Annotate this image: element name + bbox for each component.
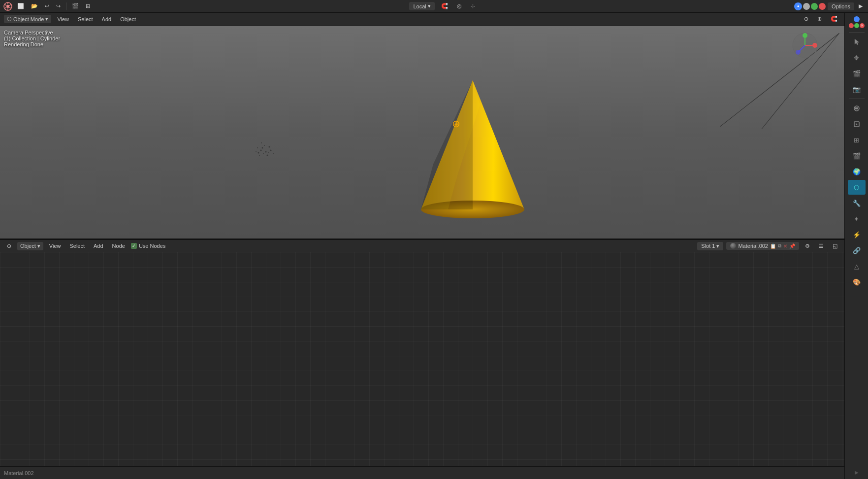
nodeeditor-select-btn[interactable]: Select <box>66 242 88 250</box>
render-btn[interactable]: 🎬 <box>69 2 81 10</box>
collapse-sidebar-btn[interactable]: ▶ <box>855 470 859 475</box>
use-nodes-label: Use Nodes <box>139 243 165 249</box>
nodeeditor-settings-btn[interactable]: ⚙ <box>802 242 813 250</box>
nodeeditor-tool2-btn[interactable]: ◱ <box>830 242 840 250</box>
green-dot-icon[interactable] <box>854 23 859 28</box>
material-pin-btn[interactable]: 📌 <box>789 243 795 249</box>
rendering-done-label: Rendering Done <box>4 41 60 47</box>
output-prop-icon[interactable] <box>848 117 866 132</box>
red-dot-icon[interactable] <box>849 23 854 28</box>
svg-line-7 <box>5 4 6 6</box>
nodeeditor-object-mode[interactable]: Object ▾ <box>17 242 43 250</box>
scene-prop-icon[interactable]: 🎬 <box>848 148 866 163</box>
slot-selector[interactable]: Slot 1 ▾ <box>697 242 723 250</box>
camera-perspective-label: Camera Perspective <box>4 30 60 35</box>
nodeeditor-node-btn[interactable]: Node <box>109 242 128 250</box>
collapse-right-btn[interactable]: ▶ <box>856 2 865 10</box>
nodeeditor-add-btn[interactable]: Add <box>91 242 106 250</box>
svg-point-20 <box>259 155 260 156</box>
data-prop-icon[interactable]: △ <box>848 259 866 274</box>
particles-prop-icon[interactable]: ✦ <box>848 211 866 226</box>
header-center: Local ▾ 🧲 ◎ ⊹ <box>96 2 791 10</box>
node-connections <box>0 252 844 466</box>
left-area: ⬡ Object Mode ▾ View Select Add Object ⊙… <box>0 13 844 479</box>
gizmo-btn[interactable]: ⊕ <box>814 15 825 23</box>
viewport-shading-controls: ● <box>794 2 826 10</box>
viewport-rgb-controls: ✕ <box>847 16 867 28</box>
add-menu-btn[interactable]: Add <box>99 15 115 23</box>
physics-prop-icon[interactable]: ⚡ <box>848 227 866 242</box>
nodeeditor-mode-chevron: ▾ <box>37 243 40 249</box>
grid-btn[interactable]: ⊞ <box>83 2 93 10</box>
svg-line-3 <box>9 4 11 6</box>
viewport-shading-rendered-btn[interactable] <box>819 3 826 10</box>
material-prop-icon[interactable]: 🎨 <box>848 274 866 289</box>
svg-point-23 <box>257 147 258 148</box>
nodeeditor-tool1-btn[interactable]: ☰ <box>816 242 827 250</box>
slot-chevron-icon: ▾ <box>716 243 719 249</box>
open-file-btn[interactable]: 📂 <box>29 2 40 10</box>
nodeeditor-mode-icon[interactable]: ⊙ <box>4 242 14 250</box>
svg-point-26 <box>256 151 257 152</box>
viewport-shading-solid-btn[interactable] <box>803 3 810 10</box>
svg-point-37 <box>796 50 801 55</box>
use-nodes-checkbox[interactable]: ✓ <box>131 243 137 249</box>
nodeeditor-canvas[interactable]: Glossy BSDF BSDF GGX Color Roughness <box>0 252 844 466</box>
viewport-toolbar: ⬡ Object Mode ▾ View Select Add Object ⊙… <box>0 13 844 26</box>
svg-marker-15 <box>421 80 473 209</box>
svg-point-24 <box>270 149 271 151</box>
object-prop-icon[interactable]: ⬡ <box>848 180 866 195</box>
constraint-prop-icon[interactable]: 🔗 <box>848 243 866 258</box>
options-btn[interactable]: Options <box>828 2 854 10</box>
nodeeditor-view-btn[interactable]: View <box>46 242 64 250</box>
chevron-down-icon: ▾ <box>428 3 431 9</box>
camera-icon[interactable]: 🎬 <box>848 66 866 81</box>
snap-toggle-btn[interactable]: 🧲 <box>439 2 450 10</box>
viewport-shading-material-btn[interactable] <box>811 3 818 10</box>
close-dot-icon[interactable]: ✕ <box>860 23 865 28</box>
viewport-overlay-btn[interactable]: ⊙ <box>801 15 811 23</box>
viewport-gizmo[interactable] <box>790 31 820 62</box>
nodeeditor-bottom-bar: Material.002 <box>0 466 844 479</box>
history-btn[interactable]: ↩ <box>42 2 52 10</box>
world-prop-icon[interactable]: 🌍 <box>848 164 866 179</box>
transform-orientation-label: Local <box>413 3 426 9</box>
view-menu-btn[interactable]: View <box>54 15 72 23</box>
svg-point-27 <box>266 154 268 156</box>
blender-logo-icon[interactable] <box>3 1 13 11</box>
modifier-prop-icon[interactable]: 🔧 <box>848 196 866 210</box>
object-menu-btn[interactable]: Object <box>117 15 139 23</box>
nodeeditor-section: ⊙ Object ▾ View Select Add Node ✓ Use No… <box>0 240 844 479</box>
sidebar-divider-1 <box>849 32 865 33</box>
view-layer-icon[interactable]: ⊞ <box>848 133 866 147</box>
material-sphere-icon <box>730 243 736 249</box>
redo-btn[interactable]: ↪ <box>54 2 63 10</box>
new-file-btn[interactable]: ⬜ <box>15 2 27 10</box>
transform-orientation-dropdown[interactable]: Local ▾ <box>409 2 434 10</box>
sidebar-divider-2 <box>849 99 865 99</box>
blue-sphere-icon[interactable] <box>854 16 860 22</box>
mode-chevron-icon: ▾ <box>45 16 48 22</box>
svg-point-17 <box>260 149 261 151</box>
header-right: ● Options ▶ <box>791 2 868 10</box>
viewport-canvas[interactable]: Camera Perspective (1) Collection | Cyli… <box>0 26 844 239</box>
material-copy-btn[interactable]: ⧉ <box>778 243 781 249</box>
sidebar-bottom: ▶ <box>845 468 868 477</box>
material-browse-btn[interactable]: 📋 <box>770 243 776 249</box>
cursor-icon[interactable] <box>848 34 866 49</box>
transform-pivot-btn[interactable]: ⊹ <box>468 2 478 10</box>
scene-world-btn[interactable]: ● <box>794 2 802 10</box>
move-icon[interactable]: ✥ <box>848 50 866 65</box>
top-sidebar-icons: ✕ ✥ 🎬 📷 ⊞ 🎬 🌍 ⬡ 🔧 ✦ <box>846 15 868 290</box>
slot-label: Slot 1 <box>701 243 715 249</box>
use-nodes-toggle[interactable]: ✓ Use Nodes <box>131 243 165 249</box>
proportional-edit-btn[interactable]: ◎ <box>454 2 464 10</box>
select-menu-btn[interactable]: Select <box>75 15 96 23</box>
snap-btn[interactable]: 🧲 <box>828 15 840 23</box>
render-settings-icon[interactable]: 📷 <box>848 82 866 97</box>
viewport-section: ⬡ Object Mode ▾ View Select Add Object ⊙… <box>0 13 844 240</box>
material-unlink-btn[interactable]: ✕ <box>783 243 787 249</box>
object-mode-selector[interactable]: ⬡ Object Mode ▾ <box>4 15 51 23</box>
collection-label: (1) Collection | Cylinder <box>4 35 60 41</box>
render-prop-icon[interactable] <box>848 101 866 116</box>
